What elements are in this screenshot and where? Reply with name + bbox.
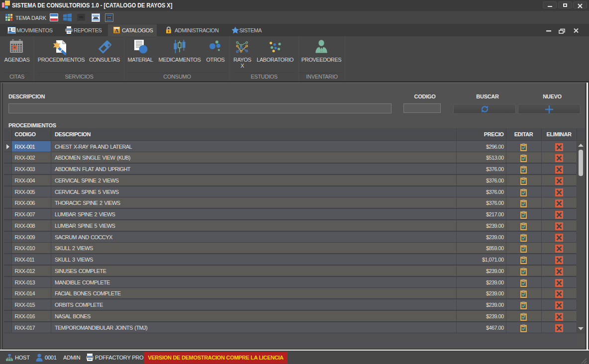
svg-text:A: A xyxy=(115,28,119,33)
